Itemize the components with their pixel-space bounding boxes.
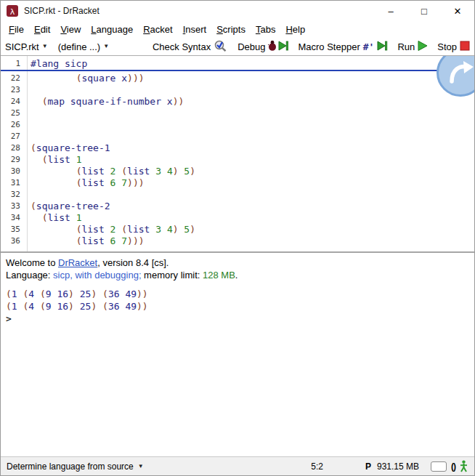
run-label: Run <box>397 41 415 52</box>
menu-racket[interactable]: Racket <box>138 23 177 36</box>
editor-line[interactable]: 36 (list 6 7))) <box>1 235 474 247</box>
line-number: 25 <box>1 108 27 119</box>
language-selector-label: Determine language from source <box>7 461 134 472</box>
line-number: 27 <box>1 131 27 142</box>
line-number: 22 <box>1 73 27 84</box>
title-bar: λ SICP.rkt - DrRacket – □ ✕ <box>1 1 474 21</box>
editor-line[interactable]: 30 (list 2 (list 3 4) 5) <box>1 166 474 177</box>
editor-line[interactable]: 34 (list 1 <box>1 212 474 224</box>
menu-tabs[interactable]: Tabs <box>251 23 280 36</box>
editor-line[interactable]: 24 (map square-if-number x)) <box>1 96 474 108</box>
editor-lines: 22 (square x)))2324 (map square-if-numbe… <box>1 73 474 247</box>
define-dropdown[interactable]: (define ...) ▼ <box>58 41 109 52</box>
welcome-line: Welcome to DrRacket, version 8.4 [cs]. <box>6 257 469 269</box>
file-name-label: SICP.rkt <box>5 41 39 52</box>
window-title: SICP.rkt - DrRacket <box>24 6 100 16</box>
gc-indicator-box[interactable] <box>431 461 447 472</box>
line-number: 30 <box>1 166 27 177</box>
editor-line[interactable]: 33(square-tree-2 <box>1 201 474 212</box>
drracket-window: λ SICP.rkt - DrRacket – □ ✕ FileEditView… <box>0 0 475 476</box>
menu-edit[interactable]: Edit <box>29 23 55 36</box>
paren-indicator: () <box>451 461 455 472</box>
code-text: (square-tree-2 <box>27 201 110 212</box>
toolbar-left: SICP.rkt ▼ (define ...) ▼ <box>5 41 109 52</box>
language-selector[interactable]: Determine language from source ▼ <box>7 461 144 472</box>
editor-line[interactable]: 25 <box>1 108 474 119</box>
minimize-button[interactable]: – <box>374 1 407 21</box>
editor-line[interactable]: 23 <box>1 84 474 96</box>
menu-file[interactable]: File <box>4 23 29 36</box>
line-number: 33 <box>1 201 27 212</box>
interactions-pane[interactable]: Welcome to DrRacket, version 8.4 [cs].La… <box>1 253 474 456</box>
stop-square-icon <box>460 41 470 53</box>
toolbar: SICP.rkt ▼ (define ...) ▼ Check Syntax <box>1 38 474 56</box>
code-text: (list 6 7))) <box>27 177 145 189</box>
menu-help[interactable]: Help <box>280 23 310 36</box>
close-button[interactable]: ✕ <box>441 1 474 21</box>
editor-line[interactable]: 29 (list 1 <box>1 154 474 166</box>
menu-scripts[interactable]: Scripts <box>211 23 251 36</box>
toolbar-right: Check Syntax Debug <box>153 40 470 54</box>
maximize-button[interactable]: □ <box>407 1 441 21</box>
line-number: 34 <box>1 212 27 224</box>
line-number: 35 <box>1 224 27 235</box>
code-text: (list 2 (list 3 4) 5) <box>27 166 195 177</box>
menu-insert[interactable]: Insert <box>178 23 212 36</box>
stop-label: Stop <box>437 41 457 52</box>
line-number: 1 <box>1 57 27 70</box>
menu-language[interactable]: Language <box>86 23 138 36</box>
stop-button[interactable]: Stop <box>437 41 470 53</box>
editor-line[interactable]: 31 (list 6 7))) <box>1 177 474 189</box>
editor-line[interactable]: 28(square-tree-1 <box>1 142 474 154</box>
editor-line[interactable]: 22 (square x))) <box>1 73 474 84</box>
line-number: 31 <box>1 177 27 189</box>
code-text: (square-tree-1 <box>27 142 110 154</box>
line-number: 29 <box>1 154 27 166</box>
gutter-separator <box>27 56 28 251</box>
svg-text:λ: λ <box>10 7 15 17</box>
editor-line[interactable]: 32 <box>1 189 474 201</box>
interactions-lines: Welcome to DrRacket, version 8.4 [cs].La… <box>6 257 469 325</box>
pinned-line-divider <box>1 70 474 71</box>
repl-prompt[interactable]: > <box>6 312 469 325</box>
code-text: (map square-if-number x)) <box>27 96 184 108</box>
code-text: (list 2 (list 3 4) 5) <box>27 224 195 235</box>
language-line: Language: sicp, with debugging; memory l… <box>6 269 469 281</box>
drracket-link[interactable]: DrRacket <box>58 257 97 268</box>
status-bar: Determine language from source ▼ 5:2 P 9… <box>1 456 474 475</box>
running-man-icon <box>459 460 468 472</box>
run-button[interactable]: Run <box>397 40 428 54</box>
check-syntax-label: Check Syntax <box>153 41 211 52</box>
editor-line[interactable]: 35 (list 2 (list 3 4) 5) <box>1 224 474 235</box>
definitions-editor[interactable]: 1#lang sicp 22 (square x)))2324 (map squ… <box>1 56 474 251</box>
macro-stepper-button[interactable]: Macro Stepper #' <box>298 40 388 54</box>
drracket-app-icon: λ <box>7 5 18 17</box>
menu-view[interactable]: View <box>55 23 86 36</box>
chevron-down-icon: ▼ <box>103 44 109 49</box>
line-number: 36 <box>1 235 27 247</box>
code-text: (square x))) <box>27 73 145 84</box>
code-text: (list 6 7))) <box>27 235 145 247</box>
cursor-position: 5:2 <box>311 461 323 472</box>
macro-stepper-label: Macro Stepper <box>298 41 360 52</box>
editor-line[interactable]: 26 <box>1 119 474 131</box>
debug-button[interactable]: Debug <box>238 40 288 54</box>
file-name-dropdown[interactable]: SICP.rkt ▼ <box>5 41 48 52</box>
debug-bug-play-icon <box>268 40 288 54</box>
debug-label: Debug <box>238 41 265 52</box>
code-text: (list 1 <box>27 154 81 166</box>
window-controls: – □ ✕ <box>374 1 474 21</box>
chevron-down-icon: ▼ <box>138 464 144 469</box>
line-number: 24 <box>1 96 27 108</box>
position-indicator: P <box>365 461 371 472</box>
editor-line[interactable]: 27 <box>1 131 474 142</box>
check-syntax-button[interactable]: Check Syntax <box>153 40 228 54</box>
macro-stepper-hash-icon: #' <box>363 41 375 52</box>
editor-line[interactable]: 1#lang sicp <box>1 57 474 70</box>
line-number: 23 <box>1 84 27 96</box>
code-text: #lang sicp <box>27 57 87 70</box>
check-syntax-icon <box>214 40 228 54</box>
line-number: 32 <box>1 189 27 201</box>
memory-usage: 931.15 MB <box>377 461 419 472</box>
output-line: (1 (4 (9 16) 25) (36 49)) <box>6 288 469 300</box>
